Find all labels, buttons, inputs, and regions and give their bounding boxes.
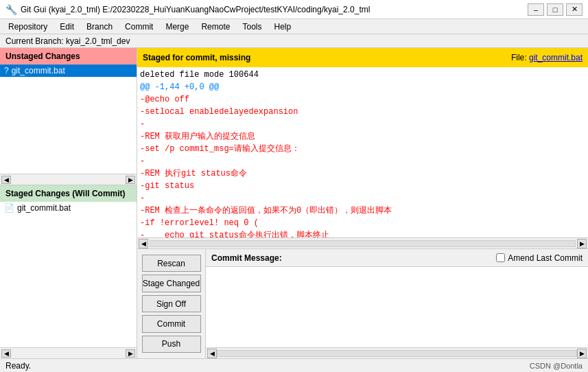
diff-line: -set /p commit_msg=请输入提交信息： (140, 143, 585, 155)
app-icon: 🔧 (5, 4, 16, 15)
diff-line: -setlocal enabledelayedexpansion (140, 106, 585, 118)
diff-line: -REM 检查上一条命令的返回值，如果不为0（即出错），则退出脚本 (140, 205, 585, 217)
unstaged-scroll-right[interactable]: ▶ (126, 176, 135, 184)
close-button[interactable]: ✕ (566, 3, 583, 16)
menu-item-branch[interactable]: Branch (81, 21, 118, 33)
unstaged-file-name: git_commit.bat (12, 66, 65, 75)
diff-line: - (140, 118, 585, 130)
unstaged-file-item[interactable]: ? git_commit.bat (0, 65, 137, 77)
menu-item-edit[interactable]: Edit (54, 21, 80, 33)
diff-content[interactable]: deleted file mode 100644@@ -1,44 +0,0 @@… (137, 67, 588, 237)
staged-section: Staged Changes (Will Commit) 📄 git_commi… (0, 185, 137, 358)
rescan-button[interactable]: Rescan (142, 255, 201, 272)
commit-hscroll-right[interactable]: ▶ (577, 349, 587, 358)
diff-hscroll-right[interactable]: ▶ (577, 239, 587, 248)
commit-hscroll[interactable]: ◀ ▶ (206, 347, 588, 358)
window-title: Git Gui (kyai_2.0_tml) E:/20230228_HuiYu… (21, 5, 370, 14)
watermark: CSDN @Dontla (530, 362, 583, 370)
commit-message-header: Commit Message: Amend Last Commit (206, 249, 588, 267)
commit-message-area: Commit Message: Amend Last Commit ◀ ▶ (206, 249, 588, 358)
diff-line: -REM 执行git status命令 (140, 167, 585, 180)
commit-message-label: Commit Message: (211, 253, 282, 263)
diff-line: - (140, 155, 585, 167)
unstaged-header: Unstaged Changes (0, 48, 137, 65)
staged-file-name: git_commit.bat (17, 203, 71, 213)
diff-line: - (140, 192, 585, 205)
right-panel: Staged for commit, missing File: git_com… (137, 48, 588, 358)
minimize-button[interactable]: – (528, 3, 544, 16)
diff-line: @@ -1,44 +0,0 @@ (140, 81, 585, 93)
diff-wrapper: deleted file mode 100644@@ -1,44 +0,0 @@… (137, 67, 588, 237)
unstaged-file-icon: ? (4, 66, 9, 75)
unstaged-scroll-left[interactable]: ◀ (1, 176, 11, 184)
diff-line: -if !errorlevel! neq 0 ( (140, 217, 585, 229)
maximize-button[interactable]: □ (547, 3, 563, 16)
diff-line: -git status (140, 180, 585, 192)
unstaged-file-list[interactable]: ? git_commit.bat (0, 65, 137, 174)
staged-file-icon: 📄 (4, 203, 14, 213)
status-bar: Ready. CSDN @Dontla (0, 358, 588, 372)
stage-changed-button[interactable]: Stage Changed (142, 275, 201, 292)
diff-line: deleted file mode 100644 (140, 69, 585, 81)
menu-item-remote[interactable]: Remote (196, 21, 235, 33)
diff-hscroll[interactable]: ◀ ▶ (137, 237, 588, 248)
staged-file-item[interactable]: 📄 git_commit.bat (0, 202, 137, 214)
branch-info: Current Branch: kyai_2.0_tml_dev (0, 34, 588, 48)
menu-item-help[interactable]: Help (268, 21, 296, 33)
staged-file-list[interactable]: 📄 git_commit.bat (0, 202, 137, 347)
unstaged-section: Unstaged Changes ? git_commit.bat ◀ ▶ (0, 48, 137, 185)
commit-buttons-panel: Rescan Stage Changed Sign Off Commit Pus… (137, 249, 206, 358)
menu-item-tools[interactable]: Tools (237, 21, 267, 33)
commit-hscroll-left[interactable]: ◀ (207, 349, 217, 358)
left-panel: Unstaged Changes ? git_commit.bat ◀ ▶ St… (0, 48, 137, 358)
window-controls: – □ ✕ (528, 3, 583, 16)
menu-item-merge[interactable]: Merge (160, 21, 194, 33)
diff-file-link[interactable]: git_commit.bat (529, 53, 583, 62)
main-content: Unstaged Changes ? git_commit.bat ◀ ▶ St… (0, 48, 588, 358)
menu-item-repository[interactable]: Repository (3, 21, 53, 33)
menu-bar: RepositoryEditBranchCommitMergeRemoteToo… (0, 19, 588, 34)
commit-area: Rescan Stage Changed Sign Off Commit Pus… (137, 248, 588, 358)
diff-file-prefix: File: (511, 53, 527, 62)
push-button[interactable]: Push (142, 336, 201, 353)
diff-status-label: Staged for commit, missing (143, 53, 250, 62)
staged-header: Staged Changes (Will Commit) (0, 185, 137, 202)
staged-header-label: Staged Changes (Will Commit) (5, 189, 126, 198)
diff-line: - echo git status命令执行出错，脚本终止 (140, 229, 585, 237)
amend-label: Amend Last Commit (508, 253, 583, 263)
diff-hscroll-left[interactable]: ◀ (139, 239, 148, 248)
commit-hscroll-track[interactable] (217, 350, 577, 357)
staged-scroll-right[interactable]: ▶ (126, 349, 135, 358)
diff-header: Staged for commit, missing File: git_com… (137, 48, 588, 67)
sign-off-button[interactable]: Sign Off (142, 295, 201, 312)
diff-line: -REM 获取用户输入的提交信息 (140, 130, 585, 143)
status-text: Ready. (5, 361, 31, 371)
menu-item-commit[interactable]: Commit (119, 21, 158, 33)
diff-line: -@echo off (140, 93, 585, 106)
staged-hscroll[interactable]: ◀ ▶ (0, 347, 137, 358)
current-branch-label: Current Branch: kyai_2.0_tml_dev (5, 36, 130, 46)
diff-hscroll-track[interactable] (150, 240, 576, 247)
amend-checkbox-input[interactable] (496, 253, 505, 262)
commit-button[interactable]: Commit (142, 315, 201, 332)
amend-checkbox-container[interactable]: Amend Last Commit (496, 253, 583, 263)
commit-message-textarea[interactable] (206, 267, 588, 347)
diff-file-label: File: git_commit.bat (511, 53, 583, 62)
unstaged-header-label: Unstaged Changes (5, 51, 80, 61)
unstaged-hscroll[interactable]: ◀ ▶ (0, 174, 137, 185)
title-bar: 🔧 Git Gui (kyai_2.0_tml) E:/20230228_Hui… (0, 0, 588, 19)
staged-scroll-left[interactable]: ◀ (1, 349, 11, 358)
